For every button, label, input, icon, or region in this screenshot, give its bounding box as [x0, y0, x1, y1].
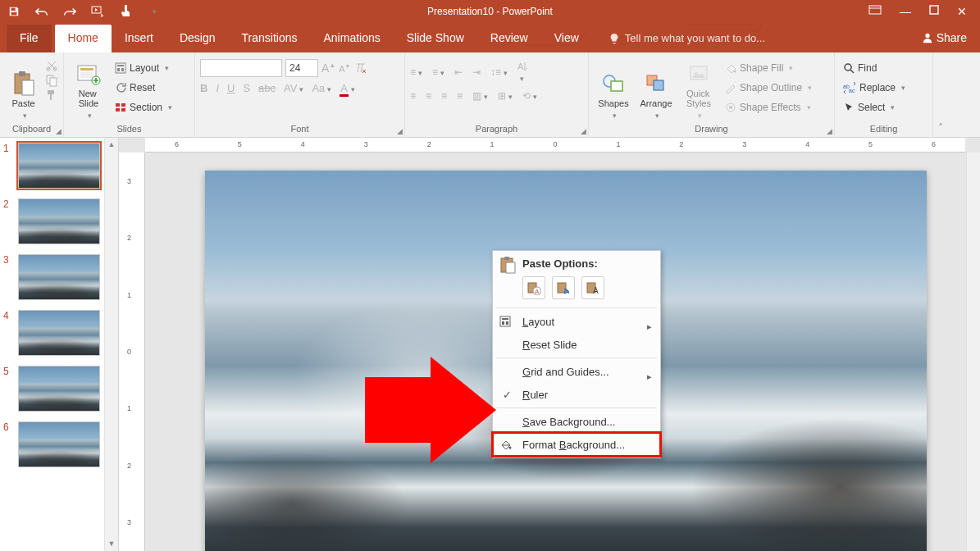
increase-indent-icon[interactable]: ⇥	[472, 66, 481, 78]
redo-icon[interactable]	[62, 4, 77, 19]
pen-icon	[725, 82, 736, 93]
bold-button[interactable]: B	[200, 82, 207, 94]
replace-button[interactable]: abacReplace	[840, 79, 909, 97]
context-item-format-background[interactable]: Format Background...	[493, 433, 660, 456]
arrange-label: Arrange	[640, 98, 672, 108]
shape-effects-button[interactable]: Shape Effects	[722, 98, 815, 116]
search-icon	[843, 62, 855, 74]
decrease-font-icon[interactable]: A▼	[339, 63, 350, 74]
scroll-down-icon[interactable]: ▼	[105, 537, 118, 551]
shadow-button[interactable]: S	[243, 82, 250, 94]
select-label: Select	[858, 102, 885, 113]
shapes-button[interactable]: Shapes	[594, 56, 633, 120]
underline-button[interactable]: U	[227, 82, 235, 94]
scrollbar[interactable]: ▲ ▼	[104, 138, 118, 551]
paste-option-picture[interactable]: A	[581, 276, 604, 299]
shape-fill-button[interactable]: Shape Fill	[722, 59, 815, 77]
dialog-launcher-icon[interactable]: ◢	[397, 127, 403, 135]
tab-file[interactable]: File	[7, 25, 52, 52]
increase-font-icon[interactable]: A▲	[321, 61, 335, 75]
tab-view[interactable]: View	[541, 25, 592, 52]
strikethrough-button[interactable]: abc	[258, 82, 276, 94]
dialog-launcher-icon[interactable]: ◢	[581, 127, 586, 135]
smartart-icon[interactable]: ⟲	[522, 90, 537, 102]
vertical-ruler: 3210123	[119, 153, 145, 551]
font-family-input[interactable]	[200, 59, 282, 77]
tab-transitions[interactable]: Transitions	[229, 25, 311, 52]
character-spacing-button[interactable]: AV	[284, 82, 303, 94]
start-from-beginning-icon[interactable]	[90, 4, 105, 19]
shape-fill-label: Shape Fill	[740, 62, 783, 74]
undo-icon[interactable]	[34, 4, 49, 19]
format-painter-icon[interactable]	[45, 89, 58, 102]
slide-thumbnail[interactable]: 5	[0, 361, 118, 417]
justify-icon[interactable]: ≡	[457, 90, 463, 102]
slide-thumbnail[interactable]: 4	[0, 305, 118, 361]
select-button[interactable]: Select	[840, 98, 909, 116]
context-item-reset-slide[interactable]: Reset Slide	[493, 333, 660, 356]
minimize-icon[interactable]: —	[900, 5, 911, 18]
dialog-launcher-icon[interactable]: ◢	[827, 127, 832, 135]
change-case-button[interactable]: Aa	[312, 82, 331, 94]
slide-thumbnail[interactable]: 2	[0, 194, 118, 249]
context-item-grid-guides[interactable]: Grid and Guides...	[493, 360, 660, 383]
paste-option-keep-source-formatting[interactable]	[552, 276, 575, 299]
tab-animations[interactable]: Animations	[310, 25, 393, 52]
tab-design[interactable]: Design	[166, 25, 229, 52]
font-size-input[interactable]: 24	[285, 59, 318, 77]
save-icon[interactable]	[7, 4, 21, 19]
section-button[interactable]: Section	[112, 98, 175, 116]
arrange-button[interactable]: Arrange	[636, 56, 676, 120]
tab-review[interactable]: Review	[477, 25, 541, 52]
font-color-button[interactable]: A	[340, 82, 355, 94]
columns-icon[interactable]: ▥	[472, 90, 488, 102]
line-spacing-icon[interactable]: ↕≡	[490, 66, 508, 78]
svg-rect-20	[116, 63, 125, 73]
cut-icon[interactable]	[45, 59, 58, 72]
context-item-layout[interactable]: Layout	[493, 310, 660, 333]
tab-insert[interactable]: Insert	[112, 25, 166, 52]
tab-slideshow[interactable]: Slide Show	[394, 25, 477, 52]
close-icon[interactable]: ✕	[957, 5, 967, 18]
italic-button[interactable]: I	[216, 82, 219, 94]
touch-mode-icon[interactable]	[118, 4, 133, 19]
window-title: Presentation10 - PowerPoint	[427, 6, 553, 17]
context-item-ruler[interactable]: ✓ Ruler	[493, 383, 660, 406]
slide-thumbnail[interactable]: 3	[0, 249, 118, 305]
svg-rect-27	[121, 108, 125, 112]
bucket-icon	[725, 62, 736, 74]
decrease-indent-icon[interactable]: ⇤	[454, 66, 463, 78]
svg-rect-24	[116, 103, 120, 107]
scrollbar[interactable]	[966, 153, 980, 551]
quick-styles-button[interactable]: Quick Styles	[679, 56, 718, 120]
scroll-up-icon[interactable]: ▲	[105, 138, 118, 152]
bullets-icon[interactable]: ≡	[410, 66, 422, 78]
find-button[interactable]: Find	[840, 59, 909, 77]
shape-outline-button[interactable]: Shape Outline	[722, 79, 815, 97]
align-left-icon[interactable]: ≡	[410, 90, 416, 102]
svg-rect-32	[654, 80, 663, 90]
text-direction-icon[interactable]: A	[517, 61, 529, 84]
paste-button[interactable]: Paste	[5, 56, 42, 120]
copy-icon[interactable]	[45, 74, 58, 87]
share-button[interactable]: Share	[909, 25, 980, 52]
dialog-launcher-icon[interactable]: ◢	[56, 127, 62, 135]
clear-formatting-icon[interactable]	[354, 61, 367, 75]
collapse-ribbon-icon[interactable]: ˄	[933, 52, 948, 137]
tab-home[interactable]: Home	[55, 25, 112, 52]
slide-thumbnail[interactable]: 6	[0, 417, 118, 472]
new-slide-button[interactable]: New Slide	[69, 56, 108, 120]
qat-customize-icon[interactable]	[146, 4, 161, 19]
context-item-save-background[interactable]: Save Background...	[493, 410, 660, 433]
align-text-icon[interactable]: ⊞	[498, 90, 513, 102]
paste-option-use-destination-theme[interactable]: A	[522, 276, 545, 299]
tell-me-search[interactable]: Tell me what you want to do...	[609, 32, 765, 52]
align-center-icon[interactable]: ≡	[426, 90, 431, 102]
maximize-icon[interactable]	[929, 5, 939, 18]
ribbon-display-options-icon[interactable]	[868, 5, 882, 18]
numbering-icon[interactable]: ≡	[432, 66, 444, 78]
layout-button[interactable]: Layout	[112, 59, 175, 77]
slide-thumbnail[interactable]: 1	[0, 138, 118, 194]
reset-button[interactable]: Reset	[112, 79, 175, 97]
align-right-icon[interactable]: ≡	[441, 90, 447, 102]
